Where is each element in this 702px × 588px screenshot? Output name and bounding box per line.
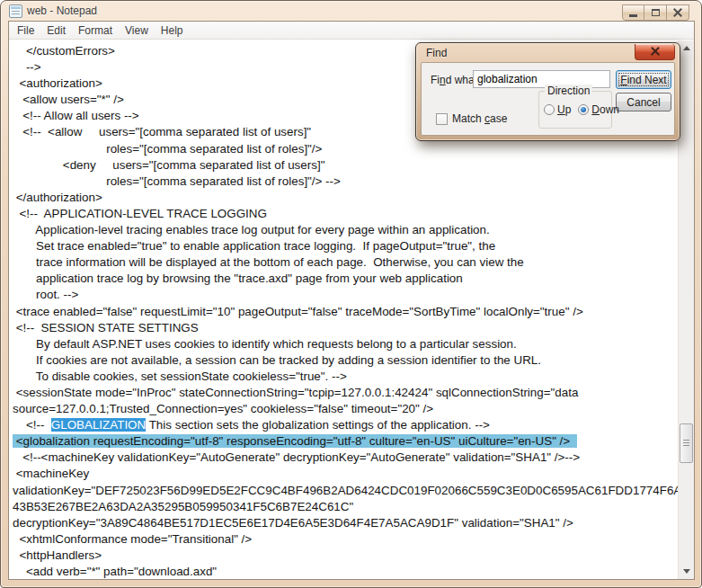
menu-item-view[interactable]: View bbox=[119, 22, 155, 39]
document-line: root. --> bbox=[13, 287, 678, 303]
direction-up-radio[interactable]: Up bbox=[544, 103, 571, 116]
direction-group-label: Direction bbox=[545, 85, 592, 97]
titlebar[interactable]: web - Notepad bbox=[1, 1, 701, 21]
match-case-checkbox[interactable]: Match case bbox=[436, 112, 507, 125]
document-line: application trace log by browsing the "t… bbox=[13, 271, 678, 287]
arrow-up-icon bbox=[683, 42, 690, 50]
document-line: 43B53E267BE2A63DA2A35295B059950341F5C6B7… bbox=[13, 499, 678, 515]
document-line: <!-- APPLICATION-LEVEL TRACE LOGGING bbox=[13, 206, 678, 222]
document-line: <deny users="[comma separated list of us… bbox=[13, 157, 678, 174]
menubar: FileEditFormatViewHelp bbox=[9, 22, 694, 40]
close-button[interactable] bbox=[667, 4, 689, 21]
maximize-button[interactable] bbox=[644, 4, 667, 21]
direction-up-label: Up bbox=[557, 103, 571, 116]
document-line: Application-level tracing enables trace … bbox=[13, 222, 678, 238]
radio-icon bbox=[544, 104, 555, 115]
arrow-down-icon bbox=[683, 569, 690, 577]
cancel-button[interactable]: Cancel bbox=[616, 93, 671, 111]
menu-item-format[interactable]: Format bbox=[72, 22, 119, 39]
scrollbar-thumb[interactable] bbox=[680, 423, 693, 463]
document-line: By default ASP.NET uses cookies to ident… bbox=[13, 336, 678, 352]
selected-text: GLOBALIZATION bbox=[51, 418, 146, 432]
document-line: <sessionState mode="InProc" stateConnect… bbox=[13, 385, 678, 401]
match-case-label: Match case bbox=[452, 112, 507, 125]
document-line: <globalization requestEncoding="utf-8" r… bbox=[13, 433, 678, 450]
document-line: Set trace enabled="true" to enable appli… bbox=[13, 238, 678, 254]
menu-item-file[interactable]: File bbox=[11, 22, 40, 39]
document-line: <machineKey bbox=[13, 466, 678, 482]
highlighted-line: <globalization requestEncoding="utf-8" r… bbox=[13, 434, 577, 448]
document-line: source=127.0.0.1;Trusted_Connection=yes"… bbox=[13, 401, 678, 417]
find-close-button[interactable] bbox=[635, 44, 675, 60]
maximize-icon bbox=[652, 9, 660, 16]
document-line: <xhtmlConformance mode="Transitional" /> bbox=[13, 531, 678, 548]
direction-group: Direction Up Down bbox=[538, 91, 612, 129]
document-line: <httpHandlers> bbox=[13, 548, 678, 564]
scroll-down-button[interactable] bbox=[679, 564, 695, 579]
menu-item-help[interactable]: Help bbox=[155, 22, 190, 39]
document-line: trace information will be displayed at t… bbox=[13, 254, 678, 271]
find-dialog-body: Find what: Find Next Cancel Direction Up… bbox=[421, 62, 675, 136]
window-controls bbox=[622, 4, 689, 21]
find-dialog-title: Find bbox=[426, 47, 447, 59]
close-icon bbox=[673, 8, 682, 17]
document-line: </authorization> bbox=[13, 190, 678, 206]
document-line: roles="[comma separated list of roles]"/… bbox=[13, 141, 678, 157]
find-next-button[interactable]: Find Next bbox=[616, 70, 671, 89]
find-dialog: Find Find what: Find Next Cancel Directi… bbox=[415, 42, 680, 141]
menu-item-edit[interactable]: Edit bbox=[40, 22, 72, 39]
close-icon bbox=[651, 48, 660, 57]
scroll-up-button[interactable] bbox=[679, 40, 695, 56]
document-line: <!--<machineKey validationKey="AutoGener… bbox=[13, 450, 678, 466]
document-line: <add verb="*" path="download.axd" bbox=[13, 564, 678, 579]
notepad-icon[interactable] bbox=[9, 4, 22, 18]
minimize-icon bbox=[629, 14, 637, 17]
document-line: If cookies are not available, a session … bbox=[13, 352, 678, 369]
checkbox-icon bbox=[436, 113, 448, 125]
document-line: <!-- GLOBALIZATION This section sets the… bbox=[13, 417, 678, 433]
document-line: <trace enabled="false" requestLimit="10"… bbox=[13, 304, 678, 320]
direction-down-label: Down bbox=[591, 103, 619, 116]
document-line: decryptionKey="3A89C4864BE517D1EC5E6E17D… bbox=[13, 515, 678, 531]
direction-options: Up Down bbox=[544, 103, 619, 116]
document-line: To disable cookies, set sessionState coo… bbox=[13, 369, 678, 385]
radio-icon bbox=[578, 104, 589, 115]
minimize-button[interactable] bbox=[622, 4, 644, 21]
window-title: web - Notepad bbox=[27, 4, 97, 17]
document-line: validationKey="DEF725023F56D99ED5E2FCC9C… bbox=[13, 483, 678, 499]
direction-down-radio[interactable]: Down bbox=[578, 103, 619, 116]
document-line: roles="[comma separated list of roles]"/… bbox=[13, 174, 678, 190]
document-line: <!-- SESSION STATE SETTINGS bbox=[13, 320, 678, 336]
